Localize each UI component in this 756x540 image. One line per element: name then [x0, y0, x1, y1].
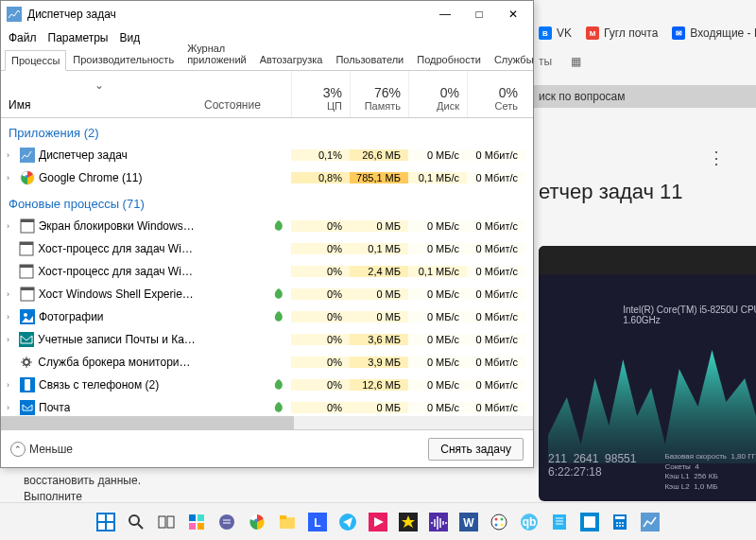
process-row[interactable]: ›Google Chrome (11)0,8%785,1 МБ0,1 МБ/с0… — [1, 166, 533, 189]
svg-point-13 — [24, 313, 27, 317]
process-row[interactable]: ›Хост Windows Shell Experience0%0 МБ0 МБ… — [1, 283, 533, 305]
star-taskbar-icon[interactable] — [396, 510, 421, 534]
svg-rect-5 — [21, 219, 34, 222]
scrollbar-thumb[interactable] — [1, 416, 294, 429]
process-name: Хост Windows Shell Experience — [39, 287, 197, 301]
cell: 0,1% — [291, 149, 350, 161]
note-taskbar-icon[interactable] — [547, 510, 572, 534]
expand-icon[interactable]: › — [7, 312, 16, 322]
cell: 0 Мбит/с — [467, 402, 525, 413]
svg-point-24 — [129, 515, 139, 525]
cell: 0,1 МБ/с — [408, 172, 467, 183]
cell: 0 МБ — [350, 220, 408, 232]
process-row[interactable]: ›Экран блокировки Windows п...0%0 МБ0 МБ… — [1, 215, 533, 237]
close-button[interactable]: ✕ — [499, 1, 527, 27]
cell: 0% — [291, 220, 350, 232]
svg-point-57 — [619, 522, 621, 524]
movie-taskbar-icon[interactable] — [366, 510, 390, 534]
process-row[interactable]: Хост-процесс для задач Windo...0%2,4 МБ0… — [1, 260, 533, 283]
cell: 785,1 МБ — [350, 172, 408, 183]
process-row[interactable]: Хост-процесс для задач Windo...0%0,1 МБ0… — [1, 237, 533, 260]
expand-icon[interactable]: › — [7, 335, 15, 344]
process-row[interactable]: ›Связь с телефоном (2)0%12,6 МБ0 МБ/с0 М… — [1, 374, 533, 396]
titlebar[interactable]: Диспетчер задач — □ ✕ — [1, 1, 533, 27]
page-title: етчер задач 11 — [539, 180, 683, 204]
process-list[interactable]: Приложения (2)›Диспетчер задач0,1%26,6 М… — [1, 118, 533, 429]
chat-taskbar-icon[interactable] — [215, 510, 239, 534]
process-row[interactable]: ›Фотографии0%0 МБ0 МБ/с0 Мбит/с — [1, 305, 533, 328]
process-row[interactable]: Служба брокера мониторинга ...0%3,9 МБ0 … — [1, 351, 533, 374]
calc-taskbar-icon[interactable] — [608, 510, 632, 534]
tab[interactable]: Процессы — [5, 50, 66, 71]
expand-icon[interactable]: › — [7, 173, 16, 183]
word-taskbar-icon[interactable]: W — [456, 510, 481, 534]
header-pct: 0% — [499, 85, 518, 100]
qb-taskbar-icon[interactable]: qb — [517, 510, 541, 534]
taskview-taskbar-icon[interactable] — [154, 510, 179, 534]
chevron-down-icon[interactable]: ⌄ — [94, 78, 104, 92]
svg-point-44 — [491, 514, 507, 530]
tab[interactable]: Службы — [488, 49, 541, 70]
explorer-taskbar-icon[interactable] — [275, 510, 300, 534]
cell: 0,1 МБ — [350, 243, 408, 254]
minimize-button[interactable]: — — [431, 1, 459, 27]
mail2-icon — [19, 332, 34, 347]
apps-icon[interactable]: ▦ — [571, 55, 581, 68]
process-row[interactable]: ›Учетные записи Почты и Кален...0%3,6 МБ… — [1, 328, 533, 351]
cell: 0 Мбит/с — [467, 172, 525, 183]
header-col[interactable]: 3%ЦП — [291, 71, 350, 117]
column-headers: ⌄ Имя Состояние 3%ЦП76%Память0%Диск0%Сет… — [1, 71, 533, 118]
process-row[interactable]: ›Диспетчер задач0,1%26,6 МБ0 МБ/с0 Мбит/… — [1, 144, 533, 166]
scrollbar[interactable] — [1, 416, 533, 429]
svg-rect-62 — [641, 513, 660, 531]
svg-point-47 — [495, 523, 498, 526]
app2-taskbar-icon[interactable] — [577, 510, 602, 534]
audio-taskbar-icon[interactable] — [426, 510, 451, 534]
header-name[interactable]: ⌄ Имя — [1, 71, 197, 117]
more-icon[interactable]: ⋮ — [705, 147, 728, 169]
paint-taskbar-icon[interactable] — [487, 510, 511, 534]
maximize-button[interactable]: □ — [465, 1, 493, 27]
fewer-details-button[interactable]: ⌃ Меньше — [10, 442, 73, 457]
header-col[interactable]: 0%Диск — [408, 71, 467, 117]
end-task-button[interactable]: Снять задачу — [428, 438, 524, 461]
tab[interactable]: Журнал приложений — [180, 38, 253, 70]
svg-rect-35 — [280, 515, 286, 519]
svg-point-48 — [501, 523, 504, 526]
header-state[interactable]: Состояние — [197, 71, 291, 117]
state-cell — [197, 310, 291, 323]
tab[interactable]: Производительность — [66, 49, 180, 70]
process-name: Учетные записи Почты и Кален... — [38, 333, 197, 346]
svg-rect-21 — [107, 514, 113, 521]
menu-item[interactable]: Вид — [119, 31, 140, 44]
tm-taskbar-icon[interactable] — [638, 510, 662, 534]
browser-tab[interactable]: ✉Входящие - Почте... — [672, 26, 756, 40]
tab[interactable]: Подробности — [410, 49, 488, 70]
group-header[interactable]: Фоновые процессы (71) — [1, 189, 533, 215]
tab[interactable]: Пользователи — [329, 49, 410, 70]
chrome-taskbar-icon[interactable] — [245, 510, 269, 534]
browser-tab[interactable]: MГугл почта — [586, 26, 658, 40]
expand-icon[interactable]: › — [7, 150, 16, 160]
chevron-up-icon: ⌃ — [10, 442, 26, 457]
expand-icon[interactable]: › — [7, 403, 16, 412]
expand-icon[interactable]: › — [7, 289, 16, 299]
browser-tab[interactable]: BVK — [539, 26, 572, 40]
menubar: ФайлПараметрыВид — [1, 27, 533, 48]
widgets-taskbar-icon[interactable] — [184, 510, 209, 534]
tg-taskbar-icon[interactable] — [335, 510, 360, 534]
menu-item[interactable]: Параметры — [48, 31, 109, 44]
expand-icon[interactable]: › — [7, 221, 16, 231]
expand-icon[interactable]: › — [7, 380, 16, 390]
svg-rect-9 — [20, 265, 33, 268]
search-bar[interactable]: иск по вопросам — [529, 85, 756, 108]
search-taskbar-icon[interactable] — [124, 510, 148, 534]
group-header[interactable]: Приложения (2) — [1, 118, 533, 144]
menu-item[interactable]: Файл — [9, 31, 37, 44]
header-col[interactable]: 76%Память — [350, 71, 408, 117]
tab[interactable]: Автозагрузка — [253, 49, 330, 70]
start-taskbar-icon[interactable] — [94, 510, 118, 534]
header-col[interactable]: 0%Сеть — [467, 71, 525, 117]
cell: 0,1 МБ/с — [408, 266, 467, 277]
app-l-taskbar-icon[interactable]: L — [305, 510, 330, 534]
